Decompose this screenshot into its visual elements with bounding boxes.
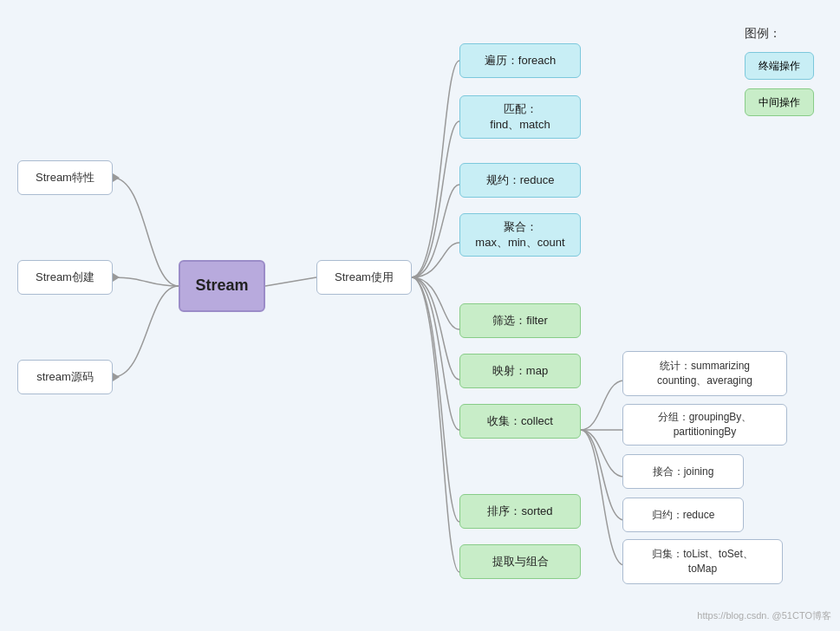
terminal-node-2: 匹配： find、match bbox=[459, 95, 581, 139]
c2-label: 分组：groupingBy、 partitioningBy bbox=[658, 410, 752, 439]
intermediate-node-1: 筛选：filter bbox=[459, 303, 581, 338]
c5-label: 归集：toList、toSet、 toMap bbox=[652, 547, 753, 576]
t3-label: 规约：reduce bbox=[486, 172, 555, 188]
intermediate-node-3: 收集：collect bbox=[459, 404, 581, 439]
t2-label: 匹配： find、match bbox=[490, 101, 550, 133]
c4-label: 归约：reduce bbox=[652, 508, 715, 523]
collect-sub-4: 归约：reduce bbox=[622, 498, 744, 532]
collect-sub-3: 接合：joining bbox=[622, 454, 744, 489]
i4-label: 排序：sorted bbox=[487, 504, 552, 519]
collect-sub-1: 统计：summarizing counting、averaging bbox=[622, 351, 787, 396]
c1-label: 统计：summarizing counting、averaging bbox=[657, 359, 752, 388]
legend-item-intermediate: 中间操作 bbox=[745, 88, 814, 116]
t4-label: 聚合： max、min、count bbox=[475, 219, 564, 250]
collect-sub-2: 分组：groupingBy、 partitioningBy bbox=[622, 404, 787, 446]
connections-svg bbox=[0, 0, 840, 631]
legend-terminal-label: 终端操作 bbox=[759, 59, 800, 74]
legend-item-terminal: 终端操作 bbox=[745, 52, 814, 80]
legend-terminal-box: 终端操作 bbox=[745, 52, 814, 80]
svg-marker-3 bbox=[113, 373, 120, 381]
legend-title: 图例： bbox=[745, 26, 814, 42]
t1-label: 遍历：foreach bbox=[485, 53, 556, 68]
intermediate-node-4: 排序：sorted bbox=[459, 494, 581, 529]
center-label: Stream bbox=[195, 275, 248, 296]
center-node: Stream bbox=[179, 260, 265, 312]
left-node-3: stream源码 bbox=[17, 360, 113, 394]
intermediate-node-2: 映射：map bbox=[459, 354, 581, 388]
i1-label: 筛选：filter bbox=[492, 313, 548, 329]
svg-marker-2 bbox=[113, 273, 120, 282]
collect-sub-5: 归集：toList、toSet、 toMap bbox=[622, 539, 783, 584]
left1-label: Stream特性 bbox=[36, 170, 94, 185]
mindmap-canvas: Stream Stream特性 Stream创建 stream源码 Stream… bbox=[0, 0, 840, 631]
i3-label: 收集：collect bbox=[487, 413, 553, 429]
i2-label: 映射：map bbox=[492, 363, 548, 379]
mid-label: Stream使用 bbox=[335, 270, 394, 285]
i5-label: 提取与组合 bbox=[492, 554, 549, 569]
c3-label: 接合：joining bbox=[653, 465, 714, 479]
left-node-1: Stream特性 bbox=[17, 160, 113, 195]
left3-label: stream源码 bbox=[36, 369, 94, 385]
terminal-node-4: 聚合： max、min、count bbox=[459, 213, 581, 257]
svg-marker-1 bbox=[113, 173, 120, 182]
intermediate-node-5: 提取与组合 bbox=[459, 544, 581, 579]
watermark: https://blog.csdn. @51CTO博客 bbox=[697, 609, 831, 622]
left2-label: Stream创建 bbox=[36, 270, 94, 285]
legend: 图例： 终端操作 中间操作 bbox=[745, 26, 814, 125]
legend-intermediate-label: 中间操作 bbox=[759, 95, 800, 110]
mid-node: Stream使用 bbox=[316, 260, 412, 295]
legend-intermediate-box: 中间操作 bbox=[745, 88, 814, 116]
terminal-node-1: 遍历：foreach bbox=[459, 43, 581, 78]
svg-line-0 bbox=[265, 277, 316, 286]
left-node-2: Stream创建 bbox=[17, 260, 113, 295]
terminal-node-3: 规约：reduce bbox=[459, 163, 581, 198]
